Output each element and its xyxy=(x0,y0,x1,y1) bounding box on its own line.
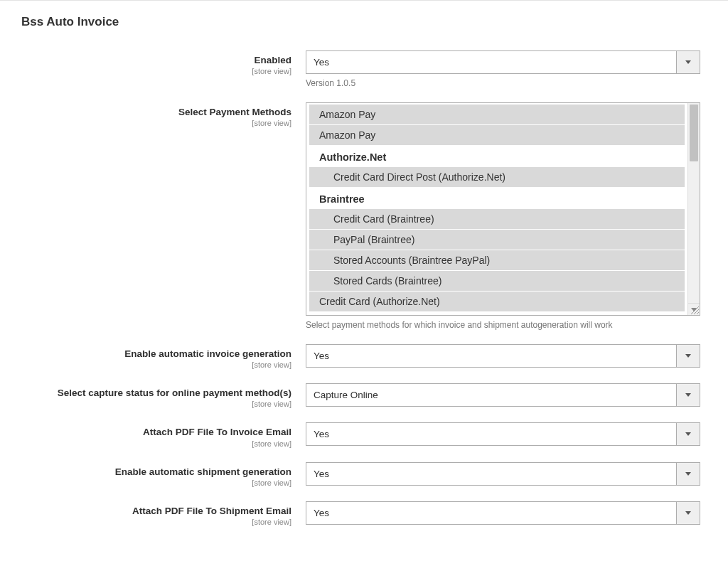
enabled-select-value: Yes xyxy=(306,51,676,73)
attach-pdf-invoice-scope: [store view] xyxy=(21,439,291,448)
auto-shipment-label: Enable automatic shipment generation xyxy=(115,466,291,477)
payment-method-option[interactable]: Amazon Pay xyxy=(309,105,685,124)
capture-status-scope: [store view] xyxy=(21,400,291,408)
payment-method-option[interactable]: PayPal (Braintree) xyxy=(309,230,685,250)
scrollbar[interactable] xyxy=(687,103,700,303)
attach-pdf-invoice-select-value: Yes xyxy=(306,423,676,445)
payment-method-group: Braintree xyxy=(306,188,687,209)
dropdown-icon xyxy=(676,502,700,524)
attach-pdf-invoice-select[interactable]: Yes xyxy=(306,422,700,446)
svg-marker-6 xyxy=(685,393,691,397)
payment-method-option[interactable]: Stored Cards (Braintree) xyxy=(309,271,685,291)
attach-pdf-shipment-select-value: Yes xyxy=(306,502,676,524)
svg-marker-7 xyxy=(685,432,691,436)
attach-pdf-shipment-scope: [store view] xyxy=(21,518,291,526)
auto-shipment-select[interactable]: Yes xyxy=(306,462,700,486)
auto-invoice-scope: [store view] xyxy=(21,360,291,369)
dropdown-icon xyxy=(676,51,700,73)
auto-shipment-scope: [store view] xyxy=(21,479,291,487)
capture-status-select[interactable]: Capture Online xyxy=(306,383,700,407)
enabled-select[interactable]: Yes xyxy=(306,50,700,74)
dropdown-icon xyxy=(676,345,700,367)
section-title: Bss Auto Invoice xyxy=(21,15,707,29)
scroll-down-icon[interactable] xyxy=(687,303,700,315)
svg-marker-9 xyxy=(685,511,691,515)
attach-pdf-invoice-label: Attach PDF File To Invoice Email xyxy=(143,427,291,437)
dropdown-icon xyxy=(676,463,700,485)
auto-invoice-select[interactable]: Yes xyxy=(306,344,700,368)
auto-invoice-label: Enable automatic invoice generation xyxy=(124,348,291,359)
payment-method-option[interactable]: Credit Card (Authorize.Net) xyxy=(309,292,685,311)
payment-method-option[interactable]: Stored Accounts (Braintree PayPal) xyxy=(309,250,685,270)
attach-pdf-shipment-select[interactable]: Yes xyxy=(306,501,700,525)
enabled-scope: [store view] xyxy=(21,67,291,75)
scrollbar-thumb[interactable] xyxy=(690,105,698,161)
payment-methods-scope: [store view] xyxy=(21,119,291,127)
attach-pdf-shipment-label: Attach PDF File To Shipment Email xyxy=(132,506,291,516)
dropdown-icon xyxy=(676,384,700,406)
svg-marker-0 xyxy=(685,60,691,64)
capture-status-label: Select capture status for online payment… xyxy=(58,388,291,398)
capture-status-select-value: Capture Online xyxy=(306,384,676,406)
auto-invoice-select-value: Yes xyxy=(306,345,676,367)
svg-marker-5 xyxy=(685,354,691,358)
payment-methods-note: Select payment methods for which invoice… xyxy=(306,320,700,330)
payment-method-option[interactable]: Credit Card Direct Post (Authorize.Net) xyxy=(309,167,685,187)
payment-method-option[interactable]: Amazon Pay xyxy=(309,125,685,145)
payment-method-option[interactable]: Credit Card (Braintree) xyxy=(309,209,685,229)
dropdown-icon xyxy=(676,423,700,445)
enabled-label: Enabled xyxy=(254,55,291,65)
auto-shipment-select-value: Yes xyxy=(306,463,676,485)
svg-marker-8 xyxy=(685,472,691,476)
payment-methods-label: Select Payment Methods xyxy=(178,107,291,117)
payment-method-group: Authorize.Net xyxy=(306,146,687,167)
payment-methods-multiselect[interactable]: Amazon PayAmazon PayAuthorize.NetCredit … xyxy=(306,102,700,316)
version-note: Version 1.0.5 xyxy=(306,78,700,88)
svg-marker-1 xyxy=(691,308,697,311)
